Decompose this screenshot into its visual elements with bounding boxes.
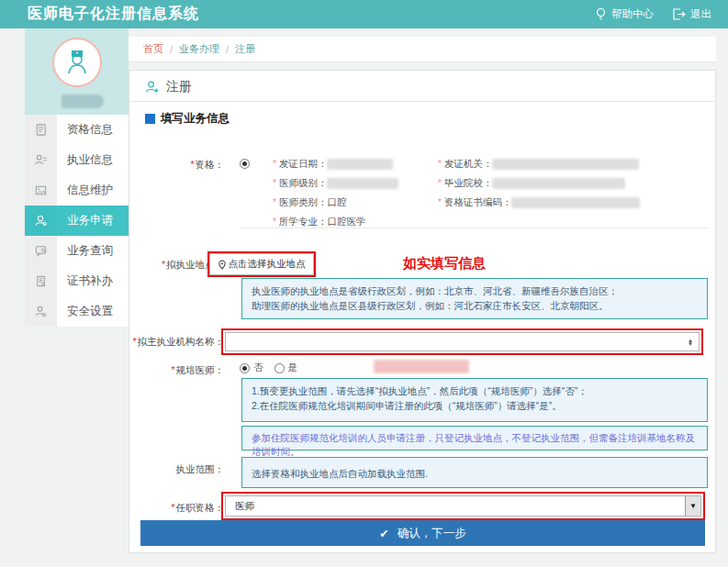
lightbulb-icon [595, 7, 607, 21]
page-title: 注册 [166, 79, 192, 95]
redacted-user-name [62, 94, 104, 108]
logout-link[interactable]: 退出 [672, 7, 711, 21]
practice-location-tip-box: 执业医师的执业地点是省级行政区划，例如：北京市、河北省、新疆维吾尔族自治区； 助… [241, 278, 708, 319]
sidebar-item-label: 业务申请 [57, 206, 129, 236]
breadcrumb-register[interactable]: 注册 [235, 42, 255, 56]
breadcrumb: 首页 / 业务办理 / 注册 [129, 37, 716, 62]
confirm-button-label: 确认，下一步 [398, 526, 466, 541]
title-qualification-label: *任职资格： [171, 502, 224, 515]
blue-square-bullet [145, 114, 155, 124]
redacted-value [374, 360, 469, 373]
section-header: 注册 [145, 79, 192, 95]
trainee-option-no-label: 否 [253, 361, 263, 374]
dropdown-arrow-icon[interactable]: ▼ [685, 496, 700, 516]
qual-graduation-school: *毕业院校： [438, 177, 625, 190]
qual-major: *所学专业：口腔医学 [273, 216, 365, 228]
trainee-tip-box: 1.预变更执业范围，请先选择“拟执业地点”，然后此项（“规培医师”）选择“否”；… [241, 378, 708, 422]
title-qualification-select[interactable]: 医师 ▼ [225, 495, 701, 517]
institution-name-select[interactable]: ▲ ▼ [225, 332, 700, 351]
qualification-label: *资格： [190, 159, 224, 172]
help-center-label: 帮助中心 [611, 7, 654, 21]
qual-physician-level: *医师级别： [273, 177, 398, 190]
qual-certificate-code: *资格证书编码： [438, 196, 640, 209]
practice-scope-label: 执业范围： [176, 463, 225, 476]
tip-line: 执业医师的执业地点是省级行政区划，例如：北京市、河北省、新疆维吾尔族自治区； [252, 284, 698, 298]
document-icon [25, 115, 57, 145]
select-location-button-label: 点击选择执业地点 [229, 258, 306, 271]
qual-issue-date: *发证日期： [273, 158, 393, 171]
header-actions: 帮助中心 退出 [595, 7, 711, 21]
select-practice-location-button[interactable]: 点击选择执业地点 [209, 253, 314, 275]
annotation-red-box-title: 医师 ▼ [221, 492, 705, 520]
confirm-next-button[interactable]: ✔ 确认，下一步 [140, 520, 705, 546]
trainee-radio-yes[interactable] [274, 363, 285, 373]
redacted-value [492, 178, 625, 189]
trainee-label: *规培医师： [171, 364, 224, 377]
certificate-icon [25, 266, 57, 296]
spinner-icon: ▲ ▼ [688, 339, 693, 346]
app-header: 医师电子化注册信息系统 帮助中心 退出 [0, 0, 728, 28]
tip-line: 2.在住院医师规范化培训期间申请注册的此项（“规培医师”）请选择“是”。 [252, 398, 698, 413]
title-select-value: 医师 [235, 500, 254, 513]
sidebar-item-practice-info[interactable]: 执业信息 [25, 145, 129, 175]
sidebar-item-label: 安全设置 [57, 296, 129, 327]
sidebar-item-business-query[interactable]: 业务查询 [25, 236, 129, 266]
qual-physician-category: *医师类别：口腔 [273, 196, 346, 209]
qualification-radio[interactable] [240, 159, 250, 169]
sidebar-item-business-application[interactable]: 业务申请 [25, 206, 129, 236]
subsection-header: 填写业务信息 [145, 111, 230, 127]
doctor-icon [63, 48, 91, 77]
breadcrumb-separator: / [226, 44, 229, 55]
person-icon [25, 206, 57, 236]
breadcrumb-separator: / [170, 44, 173, 55]
checkmark-icon: ✔ [379, 527, 388, 540]
trainee-option-yes-label: 是 [288, 361, 298, 374]
redacted-value [327, 178, 398, 189]
app-title: 医师电子化注册信息系统 [28, 5, 199, 24]
sidebar-item-label: 资格信息 [57, 115, 129, 145]
tip-line: 1.预变更执业范围，请先选择“拟执业地点”，然后此项（“规培医师”）选择“否”； [252, 384, 698, 398]
logout-label: 退出 [690, 7, 711, 21]
avatar [52, 38, 102, 87]
trainee-radio-group: 否 是 [240, 361, 297, 374]
trainee-radio-no[interactable] [240, 363, 250, 373]
sidebar-item-certificate-reissue[interactable]: 证书补办 [25, 266, 129, 296]
sign-out-icon [672, 8, 686, 20]
annotation-red-box-location: 点击选择执业地点 [207, 251, 316, 277]
breadcrumb-home[interactable]: 首页 [143, 42, 163, 56]
redacted-value [511, 197, 640, 208]
sidebar-item-label: 信息维护 [57, 175, 129, 206]
person-list-icon [25, 145, 57, 175]
note-line: 参加住院医师规范化培训的人员申请注册，只登记执业地点，不登记执业范围，但需备注培… [252, 431, 698, 459]
tip-line: 助理医师的执业地点是区县级行政区划，例如：河北石家庄市长安区、北京朝阳区。 [252, 298, 698, 313]
sidebar-item-label: 证书补办 [57, 266, 129, 296]
help-center-link[interactable]: 帮助中心 [595, 7, 654, 21]
sidebar-item-security-settings[interactable]: 安全设置 [25, 296, 129, 327]
annotation-fill-truthfully: 如实填写信息 [403, 255, 486, 272]
sidebar-item-qualification-info[interactable]: 资格信息 [25, 115, 129, 145]
institution-name-label: *拟主执业机构名称： [132, 336, 224, 349]
sidebar-item-info-maintenance[interactable]: 信息维护 [25, 175, 129, 206]
trainee-note-box: 参加住院医师规范化培训的人员申请注册，只登记执业地点，不登记执业范围，但需备注培… [241, 426, 708, 450]
breadcrumb-business-handling[interactable]: 业务办理 [179, 42, 219, 56]
sidebar-item-label: 执业信息 [57, 145, 129, 175]
person-plus-icon [145, 80, 160, 94]
practice-scope-tip-box: 选择资格和执业地点后自动加载执业范围. [241, 457, 708, 488]
image-icon [25, 175, 57, 206]
redacted-value [492, 159, 639, 170]
sidebar-item-label: 业务查询 [57, 236, 129, 266]
main-panel: 注册 填写业务信息 *资格： *发证日期： *医师级别： *医师类别：口腔 *所… [129, 70, 716, 553]
section-divider [129, 101, 715, 102]
qual-issuing-authority: *发证机关： [438, 158, 639, 171]
tip-line: 选择资格和执业地点后自动加载执业范围. [252, 466, 698, 481]
qualification-divider [240, 228, 708, 228]
person-lock-icon [25, 296, 57, 327]
user-panel [25, 28, 129, 115]
chat-search-icon [25, 236, 57, 266]
redacted-value [327, 159, 393, 170]
subsection-title: 填写业务信息 [161, 111, 230, 127]
location-pin-icon [218, 260, 226, 270]
sidebar-menu: 资格信息 执业信息 信息维护 业务申请 业务查询 证书补办 安全设置 [25, 115, 129, 327]
annotation-red-box-institution: ▲ ▼ [221, 328, 703, 355]
